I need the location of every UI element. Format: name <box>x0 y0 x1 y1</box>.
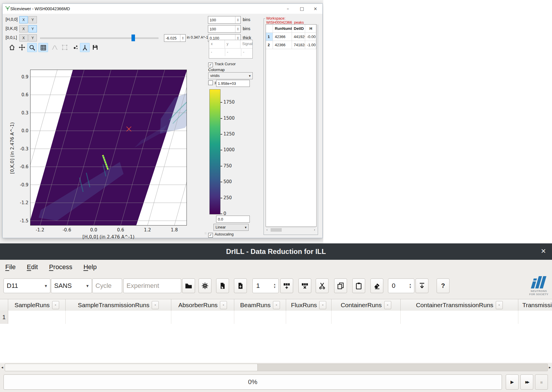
copy-button[interactable] <box>334 278 347 293</box>
close-button[interactable]: × <box>309 4 322 13</box>
scroll-left-icon[interactable]: ◂ <box>0 363 4 371</box>
slice-plot[interactable] <box>30 70 187 226</box>
sliceviewer-titlebar[interactable]: Sliceviewer - WISH00042366MD – □ × <box>3 4 322 14</box>
row-number-cell[interactable]: 1 <box>0 311 8 324</box>
process-all-button[interactable]: ▶▶ <box>520 374 533 390</box>
peaks-col-DetID[interactable]: DetID <box>292 25 305 32</box>
peaks-col-RunNumber[interactable]: RunNumber <box>273 25 292 32</box>
column-collapse-button[interactable]: - <box>496 301 503 309</box>
menu-edit[interactable]: Edit <box>27 263 38 271</box>
column-header-ContainerRuns[interactable]: ContainerRuns- <box>331 299 401 311</box>
peaks-overlay-icon[interactable] <box>71 43 80 51</box>
cycle-input[interactable]: Cycle <box>92 278 122 293</box>
technique-combobox[interactable]: SANS▼ <box>51 278 92 293</box>
load-file-button[interactable] <box>234 278 247 293</box>
dim-y-button[interactable]: Y <box>28 34 37 42</box>
zoom-icon[interactable] <box>27 43 37 52</box>
scroll-right-icon[interactable]: › <box>314 228 315 231</box>
scroll-right-icon[interactable]: ▸ <box>548 363 552 371</box>
column-collapse-button[interactable]: - <box>319 301 326 309</box>
peaks-cell[interactable]: 7418286 <box>292 41 305 49</box>
table-cell-ContainerRuns[interactable] <box>331 311 401 324</box>
peaks-col-H[interactable]: H <box>305 25 316 32</box>
peaks-row-number[interactable]: 2 <box>266 41 273 49</box>
extra-spinner[interactable]: 0 ▲▼ <box>388 278 414 293</box>
help-button[interactable]: ? <box>437 278 450 293</box>
bins-spinbox[interactable]: 100▲▼ <box>208 16 241 24</box>
experiment-input[interactable]: Experiment <box>123 278 181 293</box>
runs-table-viewport[interactable] <box>0 324 552 363</box>
cut-button[interactable] <box>316 278 329 293</box>
export-file-button[interactable] <box>216 278 229 293</box>
line-plots-icon[interactable] <box>50 43 59 51</box>
colormap-combobox[interactable]: viridis▼ <box>208 72 253 79</box>
spinner-arrows-icon[interactable]: ▲▼ <box>235 16 240 23</box>
peaks-row[interactable]: 1423664419297-0.00 <box>266 33 316 41</box>
process-button[interactable]: ▶ <box>506 374 519 390</box>
peaks-table-hscrollbar[interactable]: ‹ › <box>266 227 316 233</box>
spinner-arrows-icon[interactable]: ▲▼ <box>235 25 240 32</box>
paste-button[interactable] <box>352 278 365 293</box>
column-collapse-button[interactable]: - <box>220 301 227 309</box>
home-icon[interactable] <box>7 43 16 51</box>
instrument-combobox[interactable]: D11▼ <box>4 278 50 293</box>
colorbar-min-input[interactable]: 0.0 <box>216 216 250 223</box>
region-selection-icon[interactable] <box>60 43 69 51</box>
row-count-spinner[interactable]: 1 ▲▼ <box>252 278 279 293</box>
table-cell-BeamRuns[interactable] <box>234 311 286 324</box>
dim-x-button[interactable]: X <box>19 25 28 32</box>
bins-spinbox[interactable]: 100▲▼ <box>208 25 241 33</box>
erase-button[interactable] <box>370 278 383 293</box>
table-cell-FluxRuns[interactable] <box>286 311 331 324</box>
scrollbar-thumb[interactable] <box>5 364 258 371</box>
column-header-Transmissi[interactable]: Transmissi- <box>518 299 552 311</box>
peaks-cell[interactable]: -1.00 <box>305 41 316 49</box>
column-header-FluxRuns[interactable]: FluxRuns- <box>286 299 331 311</box>
settings-button[interactable] <box>199 278 211 293</box>
dim-x-button[interactable]: X <box>19 34 28 42</box>
save-icon[interactable] <box>90 43 100 51</box>
open-folder-button[interactable] <box>182 278 195 293</box>
dim-x-button[interactable]: X <box>19 16 28 23</box>
slice-value-spinbox[interactable]: -6.025▲▼ <box>164 34 186 42</box>
column-header-ContainerTransmissionRuns[interactable]: ContainerTransmissionRuns- <box>401 299 518 311</box>
pan-icon[interactable] <box>17 43 26 51</box>
spinner-arrows-icon[interactable]: ▲▼ <box>180 35 185 42</box>
scrollbar-thumb[interactable] <box>271 228 282 232</box>
add-row-button[interactable] <box>280 278 293 293</box>
close-icon[interactable]: ✕ <box>541 247 546 255</box>
table-cell-Transmissi[interactable] <box>518 311 552 324</box>
spinner-arrows-icon[interactable]: ▲▼ <box>271 279 278 293</box>
drill-titlebar[interactable]: DrILL - Data Reduction for ILL ✕ <box>0 243 552 260</box>
column-header-BeamRuns[interactable]: BeamRuns- <box>234 299 286 311</box>
slice-slider-handle[interactable] <box>131 35 135 41</box>
peaks-cell[interactable]: 42366 <box>273 33 292 41</box>
column-header-SampleRuns[interactable]: SampleRuns- <box>8 299 66 311</box>
peaks-row-number[interactable]: 1 <box>266 33 273 41</box>
colorbar-max-input[interactable]: 1.958e+03 <box>216 80 250 87</box>
runs-table-row[interactable]: 1 <box>0 311 552 324</box>
stop-button[interactable]: ■ <box>535 374 548 390</box>
scroll-left-icon[interactable]: ‹ <box>266 228 268 231</box>
nonorthogonal-axes-icon[interactable] <box>80 43 90 52</box>
spinner-arrows-icon[interactable]: ▲▼ <box>406 279 414 293</box>
menu-file[interactable]: File <box>5 263 16 271</box>
scale-type-combobox[interactable]: Linear▼ <box>213 224 249 231</box>
slice-slider-track[interactable] <box>40 37 158 39</box>
peaks-cell[interactable]: 42366 <box>273 41 292 49</box>
column-collapse-button[interactable]: - <box>384 301 391 309</box>
dim-y-button[interactable]: Y <box>28 16 37 23</box>
table-cell-SampleRuns[interactable] <box>8 311 66 324</box>
column-collapse-button[interactable]: - <box>273 301 280 309</box>
dim-y-button[interactable]: Y <box>28 25 37 32</box>
fill-down-button[interactable] <box>416 278 428 293</box>
autoscaling-checkbox[interactable]: ✓Autoscaling <box>208 231 234 238</box>
delete-row-button[interactable] <box>298 278 311 293</box>
peaks-row[interactable]: 2423667418286-1.00 <box>266 41 316 49</box>
column-header-SampleTransmissionRuns[interactable]: SampleTransmissionRuns- <box>66 299 171 311</box>
peaks-table[interactable]: RunNumberDetIDH1423664419297-0.002423667… <box>266 24 317 227</box>
column-header-AbsorberRuns[interactable]: AbsorberRuns- <box>171 299 234 311</box>
peaks-cell[interactable]: -0.00 <box>305 33 316 41</box>
grid-icon[interactable] <box>38 43 48 52</box>
minimize-button[interactable]: – <box>281 4 294 13</box>
